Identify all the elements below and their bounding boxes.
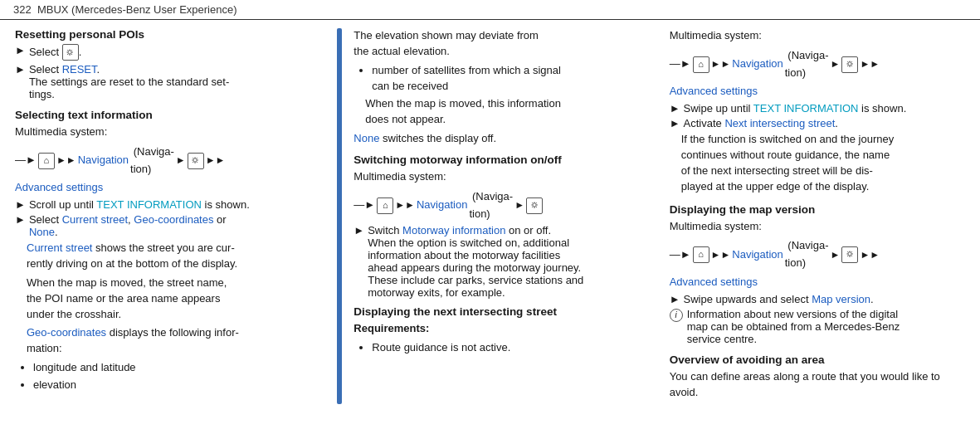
column-2: The elevation shown may deviate fromthe … [352, 28, 666, 404]
geo-bullet-2: elevation [33, 378, 312, 393]
current-street-note: Current street shows the street you are … [15, 241, 312, 272]
page-header: 322 MBUX (Mercedes-Benz User Experience) [0, 0, 980, 20]
motorway-info-label: Motorway information [402, 224, 505, 237]
nav-seq-4: ―► ⌂ ►► Navigation (Naviga-tion) ► ⛭ ►► … [670, 237, 967, 290]
geo-bullets: longitude and latitude elevation [15, 360, 312, 393]
home-icon-3: ⌂ [693, 56, 709, 73]
none-label-1: None [29, 226, 55, 238]
settings-icon: ⛭ [62, 44, 79, 61]
satellite-bullet: number of satellites from which a signal… [372, 63, 651, 95]
page-title: MBUX (Mercedes-Benz User Experience) [37, 3, 237, 16]
adv-settings-3: Advanced settings [670, 274, 758, 291]
text-information-label-2: TEXT INFORMATION [753, 102, 859, 115]
arrow-1: ► [15, 44, 26, 56]
intersect-note: If the function is switched on and the j… [670, 132, 967, 194]
motorway-section-title: Switching motorway information on/off [353, 154, 651, 166]
geo-ref: Geo-coordinates [27, 326, 106, 339]
swipe-step-1-text: Swipe up until TEXT INFORMATION is shown… [684, 102, 907, 115]
current-street-label: Current street [62, 213, 128, 226]
text-info-step-1-text: Scroll up until TEXT INFORMATION is show… [29, 198, 250, 211]
avoid-area-text: You can define areas along a route that … [670, 369, 967, 401]
home-icon-1: ⌂ [38, 153, 55, 169]
motorway-step-1: ► Switch Motorway information on or off.… [353, 224, 651, 299]
reset-step-2-text: Select RESET.The settings are reset to t… [29, 63, 229, 100]
reset-label: RESET [62, 63, 97, 76]
section-resetting-title: Resetting personal POIs [15, 28, 312, 41]
activate-step: ► Activate Next intersecting street. [670, 117, 967, 129]
gear-icon-2: ⛭ [526, 197, 543, 214]
current-street-ref: Current street [27, 241, 92, 254]
map-version-label: Map version [812, 293, 870, 305]
sys-label-1: Multimedia system: [15, 124, 312, 140]
req-title: Requirements: [353, 321, 651, 337]
geo-label: Geo-coordinates [134, 213, 213, 226]
text-info-step-2-text: Select Current street, Geo-coordinates o… [29, 213, 227, 238]
nav-label-2: Navigation [417, 197, 467, 214]
text-information-label-1: TEXT INFORMATION [96, 198, 202, 211]
column-1: Resetting personal POIs ► Select ⛭. ► Se… [13, 28, 327, 404]
section-text-info-title: Selecting text information [15, 109, 312, 121]
map-version-step-text: Swipe upwards and select Map version. [684, 293, 874, 305]
req-bullet-1: Route guidance is not active. [372, 340, 651, 356]
nav-label-3: Navigation [732, 56, 783, 73]
sys-label-3: Multimedia system: [670, 28, 967, 44]
text-info-step-2: ► Select Current street, Geo-coordinates… [15, 213, 312, 238]
map-moved-note-2: When the map is moved, this informationd… [353, 96, 651, 128]
map-moved-note: When the map is moved, the street name,t… [15, 276, 312, 323]
arrow-2: ► [15, 63, 26, 76]
activate-step-text: Activate Next intersecting street. [684, 117, 838, 129]
text-info-step-1: ► Scroll up until TEXT INFORMATION is sh… [15, 198, 312, 211]
adv-settings-1: Advanced settings [15, 179, 103, 197]
info-icon: i [670, 309, 683, 322]
info-note-row: i Information about new versions of the … [670, 308, 967, 345]
gear-icon-4: ⛭ [841, 246, 858, 263]
reset-step-1: ► Select ⛭. [15, 44, 312, 61]
nav-seq-1: ―► ⌂ ►► Navigation (Naviga-tion) ► ⛭ ►► … [15, 144, 312, 197]
motorway-step-text: Switch Motorway information on or off.Wh… [368, 224, 583, 299]
nav-seq-3: ―► ⌂ ►► Navigation (Naviga-tion) ► ⛭ ►► … [670, 47, 967, 100]
elevation-note: The elevation shown may deviate fromthe … [353, 28, 651, 60]
page-number: 322 [13, 3, 32, 16]
map-version-step: ► Swipe upwards and select Map version. [670, 293, 967, 305]
map-version-title: Displaying the map version [670, 203, 967, 216]
none-ref: None [353, 132, 379, 144]
section-divider [337, 28, 342, 404]
gear-icon-1: ⛭ [188, 153, 204, 169]
nav-label-1: Navigation [78, 152, 129, 169]
swipe-step-1: ► Swipe up until TEXT INFORMATION is sho… [670, 102, 967, 115]
column-3: Multimedia system: ―► ⌂ ►► Navigation (N… [666, 28, 967, 404]
home-icon-4: ⌂ [693, 246, 709, 263]
avoid-area-title: Overview of avoiding an area [670, 354, 967, 366]
req-bullets: Route guidance is not active. [353, 340, 651, 356]
next-intersect-label: Next intersecting street [724, 117, 835, 129]
geo-bullet-1: longitude and latitude [33, 360, 312, 376]
satellite-bullets: number of satellites from which a signal… [353, 63, 651, 95]
home-icon-2: ⌂ [377, 197, 393, 214]
sys-label-2: Multimedia system: [353, 169, 651, 185]
info-note-text: Information about new versions of the di… [687, 308, 900, 345]
sys-label-4: Multimedia system: [670, 219, 967, 235]
nav-label-4: Navigation [732, 246, 783, 264]
gear-icon-3: ⛭ [841, 56, 858, 73]
nav-seq-2: ―► ⌂ ►► Navigation (Naviga-tion) ► ⛭ [353, 188, 651, 223]
adv-settings-2: Advanced settings [670, 83, 758, 100]
reset-step-1-text: Select ⛭. [29, 44, 81, 61]
geo-note: Geo-coordinates displays the following i… [15, 325, 312, 357]
reset-step-2: ► Select RESET.The settings are reset to… [15, 63, 312, 100]
none-note: None switches the display off. [353, 131, 651, 147]
next-intersect-title: Displaying the next intersecting street [353, 305, 651, 318]
